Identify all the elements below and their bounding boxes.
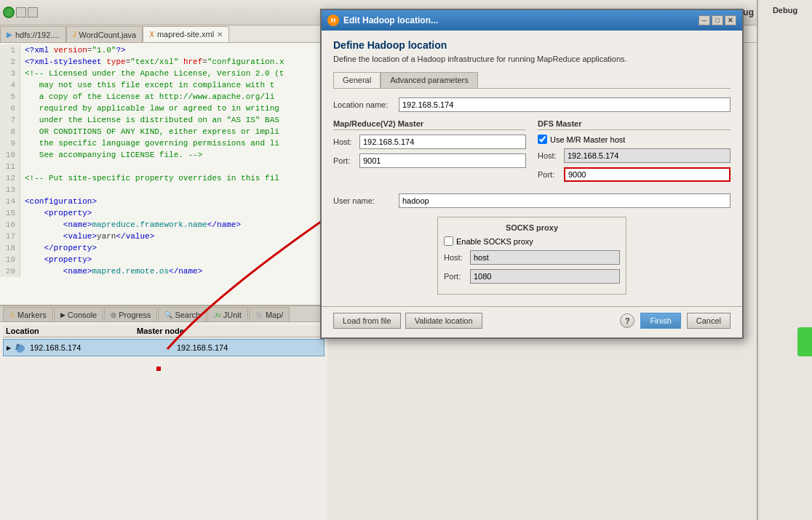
debug-panel: Debug bbox=[757, 0, 812, 520]
load-from-file-button[interactable]: Load from file bbox=[333, 313, 401, 329]
java-icon: J bbox=[73, 31, 76, 39]
mapreduce-section: Map/Reduce(V2) Master Host: Port: bbox=[333, 119, 526, 186]
status-dot bbox=[156, 367, 161, 371]
close-button[interactable]: ✕ bbox=[725, 15, 736, 25]
dfs-port-input[interactable] bbox=[564, 167, 731, 182]
tab-progress[interactable]: ◎ Progress bbox=[104, 307, 157, 321]
two-col-section: Map/Reduce(V2) Master Host: Port: DFS Ma… bbox=[333, 119, 731, 186]
dfs-section: DFS Master Use M/R Master host Host: Por… bbox=[538, 119, 731, 186]
dfs-host-row: Host: bbox=[538, 148, 731, 163]
tab-map[interactable]: 🐘 Map/ bbox=[249, 307, 290, 321]
mr-host-input[interactable] bbox=[359, 135, 526, 149]
username-label: User name: bbox=[333, 196, 399, 205]
col-master-header: Master node bbox=[137, 327, 322, 335]
code-lines: 1<?xml version="1.0"?> 2<?xml-stylesheet… bbox=[0, 43, 327, 279]
dfs-host-input[interactable] bbox=[564, 148, 731, 163]
use-mr-master-checkbox[interactable] bbox=[538, 135, 547, 144]
col-location-header: Location bbox=[6, 327, 137, 335]
dialog-tab-bar: General Advanced parameters bbox=[333, 72, 731, 89]
bottom-table-header: Location Master node bbox=[3, 325, 325, 337]
dialog-controls: ─ □ ✕ bbox=[698, 15, 736, 25]
minimize-button[interactable]: ─ bbox=[698, 15, 710, 25]
expand-icon[interactable]: ▶ bbox=[7, 345, 11, 351]
cancel-button[interactable]: Cancel bbox=[687, 313, 731, 329]
socks-port-label: Port: bbox=[444, 272, 470, 281]
socks-wrapper: SOCKS proxy Enable SOCKS proxy Host: Por… bbox=[333, 217, 731, 295]
socks-host-label: Host: bbox=[444, 253, 470, 262]
footer-left: Load from file Validate location bbox=[333, 313, 482, 329]
table-row[interactable]: ▶ 192.168.5.174 192.168.5.174 bbox=[3, 339, 325, 356]
dialog-title: Edit Hadoop location... bbox=[343, 15, 438, 25]
row-master: 192.168.5.174 bbox=[177, 343, 321, 352]
socks-host-input[interactable] bbox=[470, 250, 620, 265]
tab-mapred-site[interactable]: X mapred-site.xml ✕ bbox=[143, 26, 229, 42]
maximize-button[interactable]: □ bbox=[712, 15, 723, 25]
dialog-titlebar: H Edit Hadoop location... ─ □ ✕ bbox=[322, 10, 742, 31]
dialog-main-title: Define Hadoop location bbox=[333, 39, 731, 51]
edit-hadoop-dialog: H Edit Hadoop location... ─ □ ✕ Define H… bbox=[320, 9, 744, 339]
socks-port-row: Port: bbox=[444, 269, 620, 284]
dialog-footer: Load from file Validate location ? Finis… bbox=[322, 306, 742, 337]
use-mr-master-row: Use M/R Master host bbox=[538, 135, 731, 144]
username-row: User name: bbox=[333, 193, 731, 208]
svg-rect-4 bbox=[20, 350, 22, 353]
code-editor: 1<?xml version="1.0"?> 2<?xml-stylesheet… bbox=[0, 43, 327, 305]
run-icon[interactable] bbox=[3, 7, 15, 18]
dfs-port-label: Port: bbox=[538, 170, 564, 179]
tab-search[interactable]: 🔍 Search bbox=[158, 307, 207, 321]
hadoop-icon bbox=[14, 341, 27, 354]
tab-markers[interactable]: ⚠ Markers bbox=[3, 307, 53, 321]
help-button[interactable]: ? bbox=[620, 313, 634, 328]
footer-right: ? Finish Cancel bbox=[620, 313, 731, 329]
mapreduce-title: Map/Reduce(V2) Master bbox=[333, 119, 526, 130]
socks-title: SOCKS proxy bbox=[444, 223, 620, 232]
toolbar-btn-1[interactable] bbox=[16, 7, 26, 17]
enable-socks-label: Enable SOCKS proxy bbox=[456, 237, 533, 246]
dialog-body: Define Hadoop location Define the locati… bbox=[322, 31, 742, 303]
dialog-title-icon: H bbox=[327, 15, 339, 26]
mr-host-row: Host: bbox=[333, 135, 526, 149]
dialog-subtitle: Define the location of a Hadoop infrastr… bbox=[333, 54, 731, 65]
socks-host-row: Host: bbox=[444, 250, 620, 265]
mr-port-label: Port: bbox=[333, 156, 359, 165]
location-name-input[interactable] bbox=[399, 97, 731, 112]
socks-section: SOCKS proxy Enable SOCKS proxy Host: Por… bbox=[437, 217, 626, 295]
dfs-title: DFS Master bbox=[538, 119, 731, 130]
hdfs-icon: ▶ bbox=[7, 31, 12, 39]
mr-host-label: Host: bbox=[333, 137, 359, 146]
tab-console[interactable]: ▶ Console bbox=[54, 307, 103, 321]
dfs-port-row: Port: bbox=[538, 167, 731, 182]
row-location: 192.168.5.174 bbox=[30, 343, 174, 352]
xml-icon: X bbox=[149, 31, 154, 39]
username-input[interactable] bbox=[399, 193, 731, 208]
enable-socks-row: Enable SOCKS proxy bbox=[444, 236, 620, 246]
bottom-content: Location Master node ▶ 192.168.5.174 192… bbox=[0, 322, 327, 359]
toolbar-btn-2[interactable] bbox=[28, 7, 38, 17]
location-name-label: Location name: bbox=[333, 100, 399, 109]
tab-wordcount[interactable]: J WordCount.java bbox=[66, 26, 143, 42]
svg-rect-3 bbox=[17, 350, 19, 353]
tab-general[interactable]: General bbox=[333, 72, 381, 88]
tab-advanced-parameters[interactable]: Advanced parameters bbox=[381, 72, 478, 88]
tab-junit[interactable]: Ju JUnit bbox=[207, 307, 248, 321]
tab-hdfs[interactable]: ▶ hdfs://192.... bbox=[0, 26, 66, 42]
validate-location-button[interactable]: Validate location bbox=[405, 313, 482, 329]
use-mr-master-label: Use M/R Master host bbox=[550, 135, 625, 144]
location-name-row: Location name: bbox=[333, 97, 731, 112]
green-indicator bbox=[797, 327, 812, 356]
finish-button[interactable]: Finish bbox=[640, 313, 680, 329]
bottom-panel: ⚠ Markers ▶ Console ◎ Progress 🔍 Search … bbox=[0, 305, 327, 520]
debug-label: Debug bbox=[773, 6, 797, 15]
socks-port-input[interactable] bbox=[470, 269, 620, 284]
bottom-tab-bar: ⚠ Markers ▶ Console ◎ Progress 🔍 Search … bbox=[0, 306, 327, 322]
dfs-host-label: Host: bbox=[538, 151, 564, 160]
tab-close-icon[interactable]: ✕ bbox=[217, 31, 223, 39]
mr-port-input[interactable] bbox=[359, 153, 526, 168]
svg-point-2 bbox=[17, 345, 20, 347]
mr-port-row: Port: bbox=[333, 153, 526, 168]
enable-socks-checkbox[interactable] bbox=[444, 236, 453, 246]
